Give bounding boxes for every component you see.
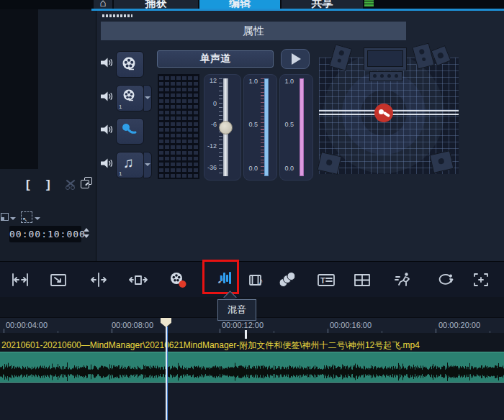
tooltip: 混音 (217, 299, 256, 321)
speaker-icon (100, 158, 113, 168)
audio-waveform (0, 362, 504, 381)
timecode-field[interactable]: 00:00:10:000 (9, 226, 81, 242)
preview-area (0, 9, 38, 169)
split-scissors-button[interactable] (65, 178, 76, 190)
timeline-marker[interactable] (245, 330, 247, 339)
subtitle-editor-button[interactable]: T (312, 265, 341, 294)
video-track-mute-button[interactable] (100, 58, 113, 70)
resize-mode-button[interactable] (1, 213, 9, 221)
video-editor-window: ⌂ 捕获 编辑 共享 [ ] (0, 0, 504, 420)
overlay-track-dropdown[interactable] (143, 85, 152, 111)
timecode-spin-up[interactable] (84, 228, 89, 232)
motion-tracking-button[interactable] (390, 265, 418, 294)
music-track-badge: 1 (119, 170, 122, 177)
timeline-toolbar: ♪ ♪ T (0, 261, 504, 297)
play-icon (292, 53, 301, 65)
left-level-bar[interactable] (264, 78, 269, 176)
fit-timeline-to-window-button[interactable] (6, 265, 35, 294)
tab-accent-line (91, 9, 504, 11)
mark-in-button[interactable]: [ (26, 178, 30, 192)
copy-attributes-button[interactable] (81, 177, 94, 190)
selection-tool-caret-icon[interactable] (35, 217, 40, 220)
split-screen-icon (353, 270, 372, 289)
blend-effect-button[interactable] (273, 265, 302, 294)
film-reel-icon (121, 55, 138, 73)
selection-tool-button[interactable]: ↖ (21, 211, 32, 223)
voice-track-mute-button[interactable] (100, 124, 113, 137)
channel-select-button[interactable]: 单声道 (157, 50, 274, 68)
ripple-editing-icon (129, 270, 148, 289)
mark-out-button[interactable]: ] (46, 178, 50, 192)
timeline-empty-area (0, 383, 504, 420)
resize-mode-caret-icon[interactable] (10, 217, 16, 220)
music-track-dropdown[interactable] (143, 152, 152, 178)
ripple-editing-button[interactable] (124, 265, 153, 294)
vu-meter (158, 74, 199, 179)
overlay-track-button[interactable]: 1 (116, 85, 144, 111)
microphone-icon (120, 122, 139, 140)
resize-mode-icon (1, 217, 4, 220)
speaker-icon (100, 91, 113, 101)
music-note-icon: ♫ (123, 155, 134, 171)
playhead-line (166, 327, 168, 420)
preview-side-panel: [ ] ↖ 00:00:10:000 (0, 9, 96, 261)
voice-track-button[interactable] (116, 118, 144, 145)
split-clip-button[interactable] (84, 265, 113, 294)
video-clip[interactable] (0, 352, 504, 383)
right-level-slider-card: 1.0 0.5 0.0 (279, 74, 313, 181)
svg-text:♪: ♪ (258, 275, 264, 286)
fit-project-to-window-button[interactable] (44, 265, 73, 294)
menu-icon[interactable] (364, 0, 374, 6)
center-screen-icon (364, 47, 407, 70)
split-screen-template-button[interactable] (348, 265, 377, 294)
mask-creator-button[interactable] (467, 265, 495, 294)
auto-music-button[interactable]: ♪ (243, 265, 272, 294)
knob-mic-handle-icon (383, 111, 390, 117)
volume-slider-card: 12 0 -6 -12 -36 (204, 74, 241, 181)
left-level-slider-card: 1.0 0.5 0.0 (243, 74, 277, 181)
panel-drag-handle[interactable] (102, 14, 132, 17)
record-capture-icon (168, 270, 187, 289)
chevron-down-icon (145, 96, 150, 99)
highlight-box (202, 260, 239, 294)
select-arrow-icon: ↖ (22, 216, 28, 223)
record-capture-options-button[interactable] (163, 265, 192, 294)
subtitle-icon: T (317, 270, 336, 289)
play-button[interactable] (281, 49, 310, 69)
right-level-bar[interactable] (300, 78, 304, 176)
blend-circles-icon (278, 270, 297, 289)
center-soundbar-icon (369, 71, 402, 81)
overlay-track-badge: 1 (119, 104, 122, 110)
overlay-track-mute-button[interactable] (100, 91, 113, 104)
volume-slider-handle[interactable] (219, 121, 233, 134)
pan-position-knob[interactable] (374, 104, 393, 122)
svg-text:T: T (320, 276, 325, 285)
chevron-down-icon (145, 163, 150, 166)
auto-music-icon: ♪ (248, 270, 267, 289)
music-track-mute-button[interactable] (100, 158, 113, 171)
speaker-icon (100, 58, 113, 68)
video-track-button[interactable] (116, 51, 144, 78)
music-track-button[interactable]: ♫ 1 (116, 152, 144, 178)
360-loop-icon (436, 270, 455, 289)
speaker-icon (100, 124, 113, 134)
panel-title: 属性 (101, 22, 406, 40)
360-video-button[interactable] (431, 265, 460, 294)
motion-tracking-icon (395, 270, 413, 289)
timecode-spin-down[interactable] (84, 234, 89, 238)
fit-timeline-icon (11, 270, 30, 289)
clip-file-path: 20210601-20210600—MindManager\20210621Mi… (1, 339, 420, 352)
fit-project-icon (49, 270, 68, 289)
film-reel-icon (122, 88, 139, 106)
mask-creator-icon (472, 270, 490, 289)
home-icon: ⌂ (99, 0, 106, 9)
split-clip-icon (89, 270, 108, 289)
